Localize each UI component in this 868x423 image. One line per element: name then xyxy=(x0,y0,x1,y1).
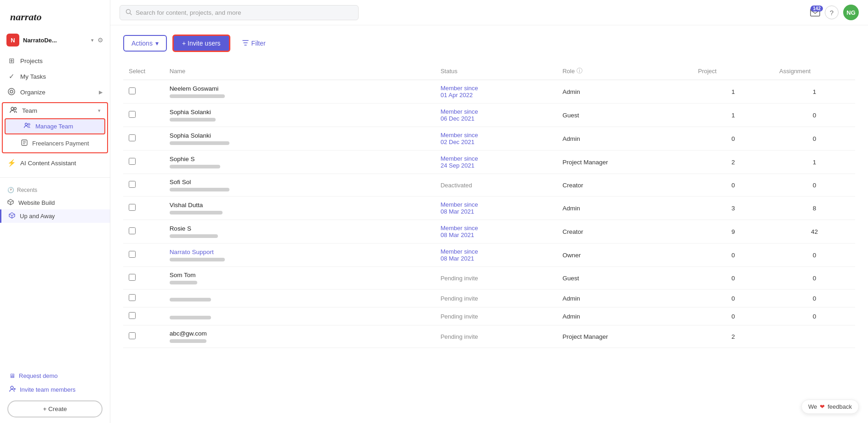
project-count: 0 xyxy=(731,275,735,282)
row-checkbox[interactable] xyxy=(129,181,136,188)
svg-point-8 xyxy=(11,386,13,389)
sidebar-item-organize[interactable]: Organize ▶ xyxy=(0,84,110,100)
create-button[interactable]: + Create xyxy=(7,400,103,417)
row-status-cell: Member since08 Mar 2021 xyxy=(435,243,557,267)
divider xyxy=(0,177,110,178)
row-name-cell xyxy=(164,290,435,307)
invite-team-link[interactable]: Invite team members xyxy=(7,382,103,397)
member-name: Rosie S xyxy=(170,225,430,232)
member-bar xyxy=(170,258,225,261)
row-checkbox[interactable] xyxy=(129,134,136,141)
row-checkbox[interactable] xyxy=(129,158,136,165)
svg-point-2 xyxy=(10,90,13,93)
role-info-icon[interactable]: ⓘ xyxy=(577,67,582,75)
svg-point-6 xyxy=(28,123,30,125)
status-text: Member since06 Dec 2021 xyxy=(440,108,551,122)
user-avatar[interactable]: NG xyxy=(843,5,859,20)
role-text: Project Manager xyxy=(562,159,608,166)
invite-label: + Invite users xyxy=(182,40,221,47)
search-box[interactable] xyxy=(120,5,359,20)
sidebar: narrato N NarratoDe... ▾ ⚙ ⊞ Projects ✓ … xyxy=(0,0,110,423)
row-checkbox[interactable] xyxy=(129,87,136,94)
row-role-cell: Guest xyxy=(557,267,692,290)
row-assignment-cell: 1 xyxy=(774,151,855,174)
logo-svg: narrato xyxy=(9,8,60,23)
recent-item-label-2: Up and Away xyxy=(20,213,55,220)
filter-button[interactable]: Filter xyxy=(236,36,272,51)
row-checkbox[interactable] xyxy=(129,332,136,339)
row-assignment-cell: 0 xyxy=(774,243,855,267)
table-row: Som Tom Pending invite Guest 0 0 xyxy=(123,267,855,290)
row-role-cell: Admin xyxy=(557,127,692,151)
team-subnav: Manage Team Freelancers Payment xyxy=(3,118,107,152)
row-checkbox[interactable] xyxy=(129,312,136,319)
row-role-cell: Admin xyxy=(557,80,692,104)
manage-team-item[interactable]: Manage Team xyxy=(5,118,105,134)
row-status-cell: Pending invite xyxy=(435,290,557,307)
workspace-gear-icon[interactable]: ⚙ xyxy=(97,36,103,44)
row-checkbox[interactable] xyxy=(129,111,136,118)
row-status-cell: Pending invite xyxy=(435,325,557,348)
feedback-text-we: We xyxy=(808,403,817,410)
project-count: 3 xyxy=(731,205,735,212)
row-checkbox-cell xyxy=(123,325,164,348)
table-row: Sofi Sol Deactivated Creator 0 0 xyxy=(123,174,855,197)
svg-point-1 xyxy=(8,88,15,95)
row-checkbox[interactable] xyxy=(129,294,136,301)
table-row: Neelem Goswami Member since01 Apr 2022 A… xyxy=(123,80,855,104)
row-assignment-cell: 0 xyxy=(774,267,855,290)
recent-item-website-build[interactable]: Website Build xyxy=(0,196,110,209)
sidebar-item-freelancers[interactable]: Freelancers Payment xyxy=(3,136,107,151)
row-checkbox[interactable] xyxy=(129,204,136,211)
help-button[interactable]: ? xyxy=(825,6,839,19)
project-count: 0 xyxy=(731,182,735,189)
col-header-assignment: Assignment xyxy=(774,62,855,80)
row-checkbox-cell xyxy=(123,151,164,174)
status-text: Pending invite xyxy=(440,275,551,282)
organize-chevron-icon: ▶ xyxy=(99,89,103,95)
row-project-cell: 2 xyxy=(692,151,774,174)
sidebar-item-label: Organize xyxy=(20,89,94,96)
row-name-cell: Sofi Sol xyxy=(164,174,435,197)
mail-button[interactable]: 142 xyxy=(810,8,820,17)
sidebar-item-ai[interactable]: ⚡ AI Content Assistant xyxy=(0,155,110,171)
assignment-count: 0 xyxy=(813,252,817,259)
team-chevron-icon: ▾ xyxy=(98,108,101,114)
invite-team-label: Invite team members xyxy=(20,386,75,393)
row-checkbox-cell xyxy=(123,290,164,307)
workspace-icon: N xyxy=(6,34,19,46)
sidebar-item-team[interactable]: Team ▾ xyxy=(3,103,107,118)
role-text: Admin xyxy=(562,313,580,320)
row-role-cell: Project Manager xyxy=(557,325,692,348)
toolbar: Actions ▾ + Invite users Filter xyxy=(123,35,855,52)
member-name[interactable]: Narrato Support xyxy=(170,249,430,255)
table-row: Rosie S Member since08 Mar 2021 Creator … xyxy=(123,220,855,243)
row-assignment-cell xyxy=(774,325,855,348)
sidebar-item-my-tasks[interactable]: ✓ My Tasks xyxy=(0,69,110,84)
workspace-selector[interactable]: N NarratoDe... ▾ ⚙ xyxy=(0,30,110,50)
invite-users-button[interactable]: + Invite users xyxy=(172,35,230,52)
row-checkbox[interactable] xyxy=(129,227,136,234)
clock-icon: 🕐 xyxy=(7,187,14,193)
row-checkbox[interactable] xyxy=(129,274,136,281)
col-header-select: Select xyxy=(123,62,164,80)
feedback-button[interactable]: We ❤ feedback xyxy=(801,400,859,414)
freelancers-icon xyxy=(21,139,28,147)
member-bar xyxy=(170,234,218,238)
row-project-cell: 0 xyxy=(692,243,774,267)
filter-label: Filter xyxy=(251,40,266,47)
project-count: 2 xyxy=(731,333,735,340)
request-demo-link[interactable]: 🖥 Request demo xyxy=(7,369,103,382)
table-row: Narrato Support Member since08 Mar 2021 … xyxy=(123,243,855,267)
member-bar xyxy=(170,94,225,98)
row-checkbox[interactable] xyxy=(129,251,136,258)
row-status-cell: Member since06 Dec 2021 xyxy=(435,104,557,127)
sidebar-item-projects[interactable]: ⊞ Projects xyxy=(0,53,110,69)
actions-chevron-icon: ▾ xyxy=(155,40,159,47)
recent-item-up-and-away[interactable]: Up and Away xyxy=(0,209,110,223)
search-input[interactable] xyxy=(136,9,353,16)
member-bar xyxy=(170,141,229,145)
member-name: Vishal Dutta xyxy=(170,202,430,209)
row-checkbox-cell xyxy=(123,127,164,151)
actions-button[interactable]: Actions ▾ xyxy=(123,35,167,52)
